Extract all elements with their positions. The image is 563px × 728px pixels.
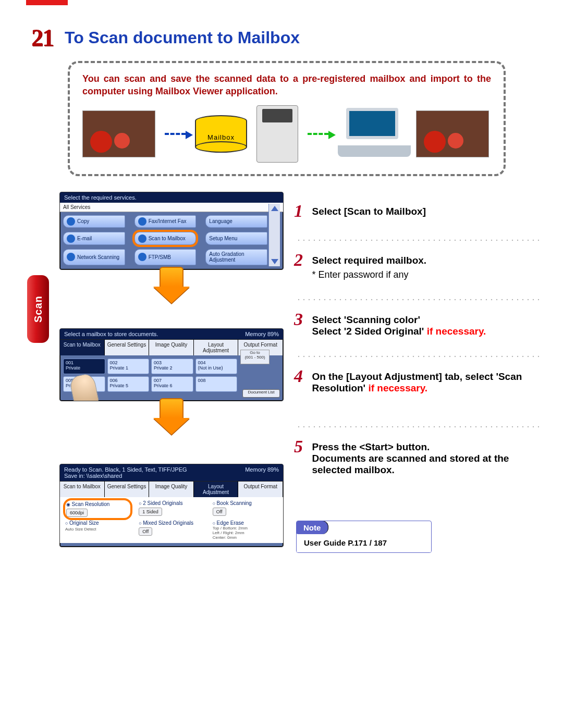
option-scan-resolution[interactable]: Scan Resolution 600dpi	[65, 500, 130, 518]
tab-layout-adjustment[interactable]: Layout Adjustment	[194, 339, 239, 355]
service-network-scanning[interactable]: Network Scanning	[63, 249, 125, 265]
page-title: To Scan document to Mailbox	[65, 28, 300, 47]
step-2-number: 2	[294, 250, 310, 270]
mailbox-cylinder-label: Mailbox	[195, 133, 247, 141]
step-5-number: 5	[294, 437, 310, 456]
mailbox-slot-001[interactable]: 001Private	[63, 359, 105, 374]
service-scan-to-mailbox[interactable]: Scan to Mailbox	[134, 232, 197, 245]
edge-val3: Center: 0mm	[213, 535, 278, 540]
service-setup-menu[interactable]: Setup Menu	[205, 232, 267, 245]
service-email-label: E-mail	[77, 236, 92, 241]
service-autograd-label: Auto Gradation Adjustment	[209, 251, 264, 263]
p3-tab-output[interactable]: Output Format	[238, 481, 283, 497]
service-scan-to-mailbox-label: Scan to Mailbox	[149, 236, 186, 241]
laptop-icon	[338, 108, 411, 160]
step-2: 2 Select required mailbox. * Enter passw…	[294, 250, 539, 280]
step-1-text: Select [Scan to Mailbox]	[312, 206, 426, 217]
service-netscan-label: Network Scanning	[77, 254, 119, 260]
tab-scan-to-mailbox[interactable]: Scan to Mailbox	[60, 339, 105, 355]
tab-general-settings[interactable]: General Settings	[105, 339, 150, 355]
twosided-value: 1 Sided	[139, 508, 162, 516]
panel-layout-adjustment: Ready to Scan. Black, 1 Sided, Text, TIF…	[59, 464, 284, 547]
service-auto-gradation[interactable]: Auto Gradation Adjustment	[205, 249, 267, 265]
intro-text: You can scan and save the scanned data t…	[82, 72, 491, 98]
photo-original	[82, 110, 155, 157]
divider	[296, 355, 539, 358]
step-4-line2: if necessary.	[368, 382, 427, 393]
ftp-icon	[138, 253, 146, 261]
mailbox-slot-004[interactable]: 004(Not in Use)	[195, 359, 238, 374]
step-4: 4 On the [Layout Adjustment] tab, select…	[294, 366, 539, 394]
divider	[296, 239, 539, 242]
mailbox-slot-007[interactable]: 007Private 6	[151, 376, 193, 392]
option-book-scanning[interactable]: Book Scanning Off	[213, 500, 278, 518]
arrow-to-laptop	[308, 133, 328, 135]
photo-result	[416, 110, 489, 157]
note-label: Note	[296, 521, 328, 534]
service-copy[interactable]: Copy	[63, 215, 125, 228]
p3-tab-layout[interactable]: Layout Adjustment	[194, 481, 239, 497]
p3-tab-scan[interactable]: Scan to Mailbox	[60, 481, 105, 497]
panel2-title: Select a mailbox to store documents.	[64, 331, 158, 337]
service-fax[interactable]: Fax/Internet Fax	[134, 215, 197, 228]
p3-tab-image[interactable]: Image Quality	[149, 481, 194, 497]
option-2sided[interactable]: 2 Sided Originals 1 Sided	[139, 500, 204, 518]
mixed-value: Off	[139, 527, 152, 536]
service-fax-label: Fax/Internet Fax	[149, 218, 187, 224]
panel3-status-save: Save in: \\salex\shared	[64, 473, 187, 479]
big-arrow-1	[153, 267, 190, 301]
mailbox-cylinder: Mailbox	[195, 115, 247, 153]
mailbox-icon	[138, 235, 146, 243]
step-2-text: Select required mailbox.	[312, 255, 426, 266]
fax-icon	[138, 217, 146, 226]
divider	[296, 425, 539, 428]
big-arrow-2	[153, 398, 190, 433]
p3-tab-general[interactable]: General Settings	[105, 481, 150, 497]
scroll-down-icon[interactable]	[271, 259, 278, 264]
mailbox-slot-002[interactable]: 002Private 1	[107, 359, 150, 374]
divider	[296, 298, 539, 301]
side-tab-scan: Scan	[27, 275, 49, 343]
top-red-chip	[26, 0, 68, 5]
step-5: 5 Press the <Start> button. Documents ar…	[294, 437, 539, 476]
netscan-icon	[67, 253, 75, 261]
mailbox-slot-008[interactable]: 008	[195, 376, 238, 392]
service-ftp-smb[interactable]: FTP/SMB	[134, 249, 197, 265]
service-copy-label: Copy	[77, 218, 89, 224]
panel3-status-top: Ready to Scan. Black, 1 Sided, Text, TIF…	[64, 466, 187, 473]
tab-image-quality[interactable]: Image Quality	[149, 339, 194, 355]
step-4-number: 4	[294, 366, 310, 386]
scroll-up-icon[interactable]	[271, 206, 278, 211]
service-language-label: Language	[209, 218, 232, 224]
step-5-line1: Press the <Start> button.	[312, 441, 430, 452]
goto-range[interactable]: Go to(001 - 500)	[240, 350, 270, 364]
step-3-line1: Select 'Scanning color'	[312, 314, 420, 325]
step-2-sub: * Enter password if any	[312, 269, 536, 280]
email-icon	[67, 235, 75, 243]
step-3-number: 3	[294, 310, 310, 329]
service-setup-label: Setup Menu	[209, 236, 237, 241]
mailbox-slot-006[interactable]: 006Private 5	[107, 376, 150, 392]
step-3-line2b: if necessary.	[427, 326, 486, 337]
edge-val1: Top / Bottom: 2mm	[213, 526, 278, 530]
section-number: 21	[31, 24, 53, 52]
step-3-line2a: Select '2 Sided Original'	[312, 326, 426, 337]
orig-value: Auto Size Detect	[65, 527, 96, 532]
note-text: User Guide P.171 / 187	[297, 534, 431, 552]
document-list-button[interactable]: Document List	[242, 389, 280, 398]
option-edge-erase[interactable]: Edge Erase Top / Bottom: 2mm Left / Righ…	[213, 520, 278, 540]
arrow-to-mailbox	[165, 133, 186, 135]
option-mixed-sized[interactable]: Mixed Sized Originals Off	[139, 520, 204, 540]
service-language[interactable]: Language	[205, 215, 267, 228]
panel1-scrollbar[interactable]	[268, 204, 280, 266]
book-value: Off	[213, 508, 226, 516]
option-original-size[interactable]: Original Size Auto Size Detect	[65, 520, 130, 540]
service-email[interactable]: E-mail	[63, 232, 125, 245]
step-5-line2: Documents are scanned and stored at the …	[312, 453, 509, 475]
panel1-subtitle: All Services	[60, 203, 283, 212]
mailbox-slot-003[interactable]: 003Private 2	[151, 359, 193, 374]
edge-val2: Left / Right: 2mm	[213, 530, 278, 535]
step-1-number: 1	[294, 201, 310, 221]
panel1-title: Select the required services.	[60, 192, 283, 203]
panel3-memory: Memory 89%	[245, 466, 279, 479]
